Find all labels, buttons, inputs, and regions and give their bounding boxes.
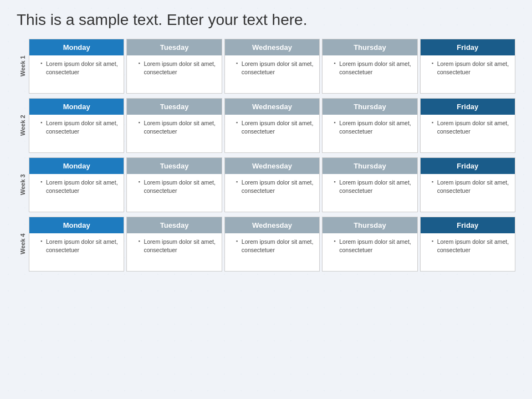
week-row-1: Week 1MondayLorem ipsum dolor sit amet, … bbox=[17, 39, 515, 94]
list-item: Lorem ipsum dolor sit amet, consectetuer bbox=[236, 60, 315, 76]
list-item: Lorem ipsum dolor sit amet, consectetuer bbox=[236, 238, 315, 254]
day-body-week2-tuesday: Lorem ipsum dolor sit amet, consectetuer bbox=[127, 115, 221, 152]
day-cell-week1-monday: MondayLorem ipsum dolor sit amet, consec… bbox=[29, 39, 124, 94]
day-header-week3-monday: Monday bbox=[29, 158, 124, 174]
day-header-week3-tuesday: Tuesday bbox=[127, 158, 221, 174]
days-container-week-4: MondayLorem ipsum dolor sit amet, consec… bbox=[29, 217, 515, 272]
day-header-week2-thursday: Thursday bbox=[323, 99, 417, 115]
day-body-week1-thursday: Lorem ipsum dolor sit amet, consectetuer bbox=[323, 55, 417, 93]
list-item: Lorem ipsum dolor sit amet, consectetuer bbox=[432, 238, 510, 254]
week-label-3: Week 3 bbox=[17, 157, 29, 212]
day-cell-week1-thursday: ThursdayLorem ipsum dolor sit amet, cons… bbox=[322, 39, 417, 94]
week-row-3: Week 3MondayLorem ipsum dolor sit amet, … bbox=[17, 157, 515, 212]
day-cell-week2-monday: MondayLorem ipsum dolor sit amet, consec… bbox=[29, 98, 124, 153]
day-body-week1-wednesday: Lorem ipsum dolor sit amet, consectetuer bbox=[225, 55, 319, 93]
list-item: Lorem ipsum dolor sit amet, consectetuer bbox=[432, 178, 510, 195]
day-cell-week4-friday: FridayLorem ipsum dolor sit amet, consec… bbox=[420, 217, 515, 272]
day-cell-week1-wednesday: WednesdayLorem ipsum dolor sit amet, con… bbox=[224, 39, 320, 94]
day-cell-week2-tuesday: TuesdayLorem ipsum dolor sit amet, conse… bbox=[126, 98, 222, 153]
day-body-week1-tuesday: Lorem ipsum dolor sit amet, consectetuer bbox=[127, 55, 221, 93]
list-item: Lorem ipsum dolor sit amet, consectetuer bbox=[138, 178, 217, 195]
days-container-week-1: MondayLorem ipsum dolor sit amet, consec… bbox=[29, 39, 515, 94]
day-header-week2-wednesday: Wednesday bbox=[225, 99, 319, 115]
day-cell-week2-thursday: ThursdayLorem ipsum dolor sit amet, cons… bbox=[322, 98, 417, 153]
day-cell-week2-wednesday: WednesdayLorem ipsum dolor sit amet, con… bbox=[224, 98, 320, 153]
day-cell-week3-friday: FridayLorem ipsum dolor sit amet, consec… bbox=[420, 157, 515, 212]
day-header-week4-monday: Monday bbox=[29, 217, 124, 233]
list-item: Lorem ipsum dolor sit amet, consectetuer bbox=[138, 238, 217, 254]
day-cell-week1-tuesday: TuesdayLorem ipsum dolor sit amet, conse… bbox=[126, 39, 222, 94]
day-header-week1-friday: Friday bbox=[421, 39, 515, 55]
day-body-week4-wednesday: Lorem ipsum dolor sit amet, consectetuer bbox=[225, 233, 319, 271]
week-label-1: Week 1 bbox=[17, 39, 29, 94]
week-label-4: Week 4 bbox=[17, 217, 29, 272]
day-body-week4-tuesday: Lorem ipsum dolor sit amet, consectetuer bbox=[127, 233, 221, 271]
day-body-week2-wednesday: Lorem ipsum dolor sit amet, consectetuer bbox=[225, 115, 319, 152]
day-cell-week3-monday: MondayLorem ipsum dolor sit amet, consec… bbox=[29, 157, 124, 212]
day-body-week4-monday: Lorem ipsum dolor sit amet, consectetuer bbox=[29, 233, 124, 271]
day-body-week1-friday: Lorem ipsum dolor sit amet, consectetuer bbox=[421, 55, 515, 93]
day-body-week4-thursday: Lorem ipsum dolor sit amet, consectetuer bbox=[323, 233, 417, 271]
day-body-week3-wednesday: Lorem ipsum dolor sit amet, consectetuer bbox=[225, 174, 319, 212]
list-item: Lorem ipsum dolor sit amet, consectetuer bbox=[432, 60, 510, 76]
days-container-week-2: MondayLorem ipsum dolor sit amet, consec… bbox=[29, 98, 515, 153]
days-container-week-3: MondayLorem ipsum dolor sit amet, consec… bbox=[29, 157, 515, 212]
day-cell-week3-tuesday: TuesdayLorem ipsum dolor sit amet, conse… bbox=[126, 157, 222, 212]
list-item: Lorem ipsum dolor sit amet, consectetuer bbox=[40, 119, 119, 135]
day-cell-week4-monday: MondayLorem ipsum dolor sit amet, consec… bbox=[29, 217, 124, 272]
schedule-grid: Week 1MondayLorem ipsum dolor sit amet, … bbox=[17, 39, 515, 272]
day-body-week4-friday: Lorem ipsum dolor sit amet, consectetuer bbox=[421, 233, 515, 271]
page-container: This is a sample text. Enter your text h… bbox=[0, 0, 532, 399]
list-item: Lorem ipsum dolor sit amet, consectetuer bbox=[334, 178, 412, 195]
day-header-week3-thursday: Thursday bbox=[323, 158, 417, 174]
day-header-week2-friday: Friday bbox=[421, 99, 515, 115]
list-item: Lorem ipsum dolor sit amet, consectetuer bbox=[40, 60, 119, 76]
list-item: Lorem ipsum dolor sit amet, consectetuer bbox=[40, 178, 119, 195]
day-header-week2-monday: Monday bbox=[29, 99, 124, 115]
week-label-2: Week 2 bbox=[17, 98, 29, 153]
page-title: This is a sample text. Enter your text h… bbox=[17, 11, 515, 29]
day-body-week3-tuesday: Lorem ipsum dolor sit amet, consectetuer bbox=[127, 174, 221, 212]
day-header-week1-monday: Monday bbox=[29, 39, 124, 55]
day-body-week3-monday: Lorem ipsum dolor sit amet, consectetuer bbox=[29, 174, 124, 212]
list-item: Lorem ipsum dolor sit amet, consectetuer bbox=[432, 119, 510, 135]
day-header-week4-friday: Friday bbox=[421, 217, 515, 233]
day-cell-week4-thursday: ThursdayLorem ipsum dolor sit amet, cons… bbox=[322, 217, 417, 272]
day-header-week2-tuesday: Tuesday bbox=[127, 99, 221, 115]
day-header-week3-wednesday: Wednesday bbox=[225, 158, 319, 174]
day-header-week1-thursday: Thursday bbox=[323, 39, 417, 55]
day-cell-week4-wednesday: WednesdayLorem ipsum dolor sit amet, con… bbox=[224, 217, 320, 272]
day-cell-week3-thursday: ThursdayLorem ipsum dolor sit amet, cons… bbox=[322, 157, 417, 212]
day-body-week1-monday: Lorem ipsum dolor sit amet, consectetuer bbox=[29, 55, 124, 93]
week-row-4: Week 4MondayLorem ipsum dolor sit amet, … bbox=[17, 217, 515, 272]
day-cell-week2-friday: FridayLorem ipsum dolor sit amet, consec… bbox=[420, 98, 515, 153]
day-header-week1-wednesday: Wednesday bbox=[225, 39, 319, 55]
day-body-week2-monday: Lorem ipsum dolor sit amet, consectetuer bbox=[29, 115, 124, 152]
day-header-week4-thursday: Thursday bbox=[323, 217, 417, 233]
day-header-week4-wednesday: Wednesday bbox=[225, 217, 319, 233]
day-body-week3-thursday: Lorem ipsum dolor sit amet, consectetuer bbox=[323, 174, 417, 212]
day-body-week3-friday: Lorem ipsum dolor sit amet, consectetuer bbox=[421, 174, 515, 212]
day-header-week1-tuesday: Tuesday bbox=[127, 39, 221, 55]
list-item: Lorem ipsum dolor sit amet, consectetuer bbox=[138, 119, 217, 135]
day-header-week3-friday: Friday bbox=[421, 158, 515, 174]
list-item: Lorem ipsum dolor sit amet, consectetuer bbox=[334, 119, 412, 135]
list-item: Lorem ipsum dolor sit amet, consectetuer bbox=[334, 60, 412, 76]
list-item: Lorem ipsum dolor sit amet, consectetuer bbox=[236, 119, 315, 135]
week-row-2: Week 2MondayLorem ipsum dolor sit amet, … bbox=[17, 98, 515, 153]
day-cell-week1-friday: FridayLorem ipsum dolor sit amet, consec… bbox=[420, 39, 515, 94]
day-body-week2-friday: Lorem ipsum dolor sit amet, consectetuer bbox=[421, 115, 515, 152]
list-item: Lorem ipsum dolor sit amet, consectetuer bbox=[40, 238, 119, 254]
day-header-week4-tuesday: Tuesday bbox=[127, 217, 221, 233]
day-body-week2-thursday: Lorem ipsum dolor sit amet, consectetuer bbox=[323, 115, 417, 152]
day-cell-week3-wednesday: WednesdayLorem ipsum dolor sit amet, con… bbox=[224, 157, 320, 212]
day-cell-week4-tuesday: TuesdayLorem ipsum dolor sit amet, conse… bbox=[126, 217, 222, 272]
list-item: Lorem ipsum dolor sit amet, consectetuer bbox=[334, 238, 412, 254]
list-item: Lorem ipsum dolor sit amet, consectetuer bbox=[236, 178, 315, 195]
list-item: Lorem ipsum dolor sit amet, consectetuer bbox=[138, 60, 217, 76]
